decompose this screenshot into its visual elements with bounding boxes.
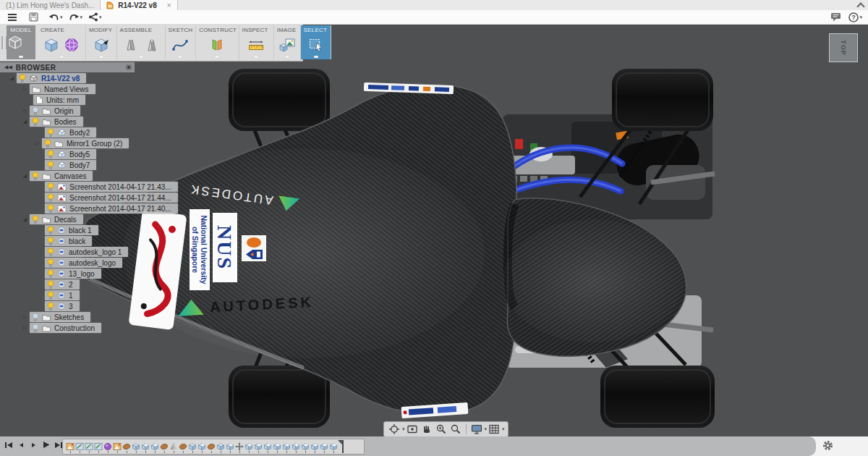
press-pull-tool-icon[interactable] xyxy=(91,35,111,55)
visibility-bulb-on-icon[interactable] xyxy=(47,226,54,235)
visibility-bulb-on-icon[interactable] xyxy=(44,139,51,148)
browser-display-toggle-icon[interactable] xyxy=(126,64,132,70)
browser-node[interactable]: Canvases xyxy=(30,171,93,181)
timeline-feature-split[interactable] xyxy=(253,441,263,452)
undo-caret-icon[interactable]: ▾ xyxy=(60,14,63,20)
browser-node[interactable]: Screenshot 2014-04-17 21.40... xyxy=(45,203,178,214)
visibility-bulb-on-icon[interactable] xyxy=(47,150,54,159)
timeline-feature-split[interactable] xyxy=(244,441,253,452)
timeline-feature-canvas[interactable] xyxy=(65,441,75,452)
expand-node-icon[interactable]: ▷ xyxy=(22,86,28,92)
browser-node[interactable]: autodesk_logo xyxy=(45,258,122,268)
menu-icon[interactable] xyxy=(7,13,17,22)
timeline-feature-move[interactable] xyxy=(234,441,244,452)
timeline-feature-split[interactable] xyxy=(150,441,159,452)
timeline-feature-sketch[interactable] xyxy=(84,441,93,452)
browser-header[interactable]: ◀◀ BROWSER xyxy=(0,62,135,72)
timeline-feature-split[interactable] xyxy=(140,441,150,452)
redo-caret-icon[interactable]: ▾ xyxy=(80,14,83,20)
browser-node[interactable]: Named Views xyxy=(30,84,95,94)
look-at-icon[interactable] xyxy=(407,423,418,435)
timeline-step-back-icon[interactable] xyxy=(17,441,25,449)
visibility-bulb-on-icon[interactable] xyxy=(32,172,39,181)
browser-node[interactable]: Body7 xyxy=(45,160,96,170)
form-tool-icon[interactable] xyxy=(61,35,82,55)
timeline-feature-split[interactable] xyxy=(281,441,291,452)
timeline-skip-start-icon[interactable] xyxy=(4,441,13,449)
gear-icon[interactable] xyxy=(822,440,833,451)
visibility-bulb-on-icon[interactable] xyxy=(47,248,54,257)
timeline-feature-split[interactable] xyxy=(328,441,338,452)
browser-node[interactable]: Sketches xyxy=(30,312,90,322)
timeline-feature-decal[interactable] xyxy=(206,441,216,452)
timeline-feature-split[interactable] xyxy=(310,441,319,452)
visibility-bulb-off-icon[interactable] xyxy=(32,106,39,116)
orbit-icon[interactable] xyxy=(388,423,400,435)
decal-nus-crest[interactable] xyxy=(242,235,266,261)
timeline-feature-mirror[interactable] xyxy=(169,441,178,452)
timeline-feature-split[interactable] xyxy=(300,441,310,452)
browser-node[interactable]: Origin xyxy=(30,106,80,116)
browser-node[interactable]: Decals xyxy=(30,214,83,224)
browser-node[interactable]: Units: mm xyxy=(33,95,85,105)
browser-node[interactable]: R14-V22 v8 xyxy=(17,73,86,83)
browser-collapse-icon[interactable]: ◀◀ xyxy=(4,64,12,70)
select-tool-icon[interactable] xyxy=(306,35,326,55)
browser-node[interactable]: black xyxy=(45,236,92,246)
visibility-bulb-on-icon[interactable] xyxy=(32,117,39,127)
browser-node[interactable]: Body5 xyxy=(45,149,96,159)
visibility-bulb-on-icon[interactable] xyxy=(47,280,54,290)
collapse-node-icon[interactable]: ◢ xyxy=(9,75,15,81)
timeline-feature-decal[interactable] xyxy=(159,441,169,452)
timeline-feature-decal[interactable] xyxy=(122,441,131,452)
browser-node[interactable]: Screenshot 2014-04-17 21.43... xyxy=(45,182,178,192)
plane-tool-icon[interactable] xyxy=(207,35,227,55)
visibility-bulb-on-icon[interactable] xyxy=(47,302,54,311)
visibility-bulb-off-icon[interactable] xyxy=(32,313,39,322)
timeline-feature-box[interactable] xyxy=(131,441,140,452)
visibility-bulb-on-icon[interactable] xyxy=(47,258,54,268)
fit-icon[interactable] xyxy=(450,423,461,435)
canvas-tool-icon[interactable] xyxy=(277,35,297,55)
view-cube[interactable]: TOP xyxy=(829,33,858,62)
visibility-bulb-on-icon[interactable] xyxy=(47,204,54,214)
timeline-feature-decal[interactable] xyxy=(178,441,187,452)
display-settings-icon[interactable] xyxy=(471,423,482,435)
expand-node-icon[interactable]: ▷ xyxy=(34,140,41,146)
visibility-bulb-on-icon[interactable] xyxy=(47,291,54,300)
browser-node[interactable]: black 1 xyxy=(45,225,98,235)
collapse-node-icon[interactable]: ◢ xyxy=(22,216,28,222)
browser-node[interactable]: Construction xyxy=(30,323,101,333)
redo-icon[interactable]: ▾ xyxy=(69,13,83,22)
help-icon[interactable]: ? ▾ xyxy=(848,12,862,22)
save-icon[interactable] xyxy=(29,12,38,22)
timeline-feature-box[interactable] xyxy=(216,441,225,452)
timeline-feature-split[interactable] xyxy=(197,441,206,452)
visibility-bulb-on-icon[interactable] xyxy=(47,128,54,138)
grid-layout-icon[interactable] xyxy=(488,423,500,435)
browser-node[interactable]: Body2 xyxy=(45,127,96,138)
help-caret-icon[interactable]: ▾ xyxy=(859,14,862,20)
browser-node[interactable]: 1 xyxy=(45,290,80,300)
tab-dashboard[interactable]: (1) Lim Hong Wee's Dash... xyxy=(0,0,101,10)
visibility-bulb-on-icon[interactable] xyxy=(32,215,39,224)
browser-node[interactable]: autodesk_logo 1 xyxy=(45,247,128,257)
box-tool-icon[interactable] xyxy=(41,35,61,55)
visibility-bulb-off-icon[interactable] xyxy=(32,324,39,333)
visibility-bulb-on-icon[interactable] xyxy=(47,193,54,203)
timeline-playhead[interactable] xyxy=(338,440,345,453)
browser-node[interactable]: 3 xyxy=(45,301,80,311)
expand-node-icon[interactable]: ▷ xyxy=(22,108,28,114)
browser-node[interactable]: Bodies xyxy=(30,117,83,127)
browser-node[interactable]: 13_logo xyxy=(45,269,101,279)
collapse-node-icon[interactable]: ◢ xyxy=(22,173,28,179)
workspace-selector-model[interactable]: MODEL xyxy=(7,25,35,59)
measure-tool-icon[interactable] xyxy=(246,35,266,55)
expand-node-icon[interactable]: ▷ xyxy=(22,314,28,320)
browser-node[interactable]: Screenshot 2014-04-17 21.44... xyxy=(45,193,178,203)
tab-close-icon[interactable]: × xyxy=(167,1,171,9)
timeline-feature-split[interactable] xyxy=(225,441,234,452)
timeline-feature-split[interactable] xyxy=(319,441,328,452)
spline-tool-icon[interactable] xyxy=(170,35,190,55)
share-icon[interactable]: ▾ xyxy=(88,12,102,22)
